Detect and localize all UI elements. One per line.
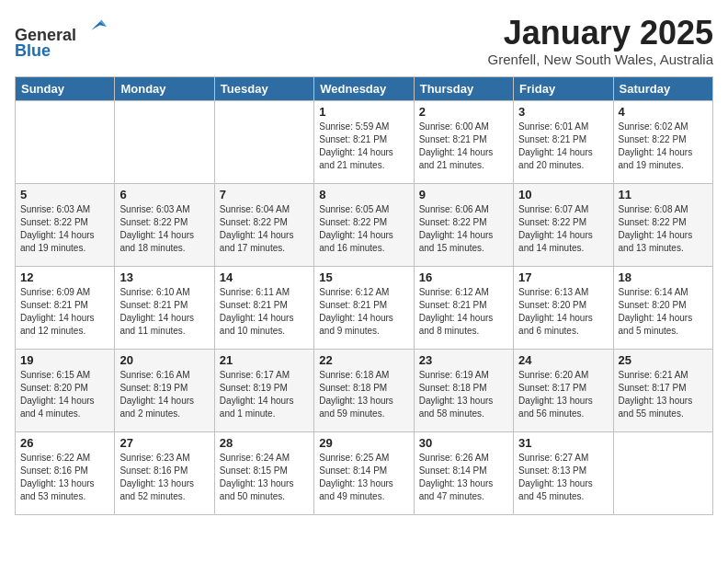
calendar-cell: 5Sunrise: 6:03 AM Sunset: 8:22 PM Daylig… <box>16 183 115 266</box>
calendar-cell: 26Sunrise: 6:22 AM Sunset: 8:16 PM Dayli… <box>16 431 115 514</box>
calendar-cell: 3Sunrise: 6:01 AM Sunset: 8:21 PM Daylig… <box>514 100 613 183</box>
day-info: Sunrise: 6:20 AM Sunset: 8:17 PM Dayligh… <box>518 369 608 420</box>
day-number: 6 <box>119 188 209 201</box>
calendar-cell: 8Sunrise: 6:05 AM Sunset: 8:22 PM Daylig… <box>314 183 414 266</box>
weekday-header-thursday: Thursday <box>414 76 513 100</box>
day-info: Sunrise: 6:04 AM Sunset: 8:22 PM Dayligh… <box>220 203 309 255</box>
day-info: Sunrise: 6:26 AM Sunset: 8:14 PM Dayligh… <box>419 452 508 503</box>
day-number: 28 <box>220 436 309 450</box>
logo-bird-icon <box>83 15 108 40</box>
header: General Blue January 2025 Grenfell, New … <box>15 15 713 67</box>
calendar-cell: 6Sunrise: 6:03 AM Sunset: 8:22 PM Daylig… <box>115 183 214 266</box>
day-number: 11 <box>619 188 708 201</box>
day-number: 26 <box>20 436 109 450</box>
day-info: Sunrise: 6:10 AM Sunset: 8:21 PM Dayligh… <box>119 286 209 338</box>
svg-marker-0 <box>91 21 107 29</box>
day-info: Sunrise: 6:05 AM Sunset: 8:22 PM Dayligh… <box>319 203 408 255</box>
calendar-cell: 1Sunrise: 5:59 AM Sunset: 8:21 PM Daylig… <box>314 100 414 183</box>
calendar-cell <box>115 100 214 183</box>
month-title: January 2025 <box>488 15 713 52</box>
day-info: Sunrise: 6:12 AM Sunset: 8:21 PM Dayligh… <box>419 286 508 338</box>
weekday-header-saturday: Saturday <box>613 76 712 100</box>
day-number: 21 <box>220 353 309 367</box>
day-info: Sunrise: 6:11 AM Sunset: 8:21 PM Dayligh… <box>220 286 309 338</box>
day-info: Sunrise: 6:01 AM Sunset: 8:21 PM Dayligh… <box>518 121 608 172</box>
calendar-cell: 30Sunrise: 6:26 AM Sunset: 8:14 PM Dayli… <box>414 431 513 514</box>
day-number: 8 <box>319 188 408 201</box>
calendar-cell: 24Sunrise: 6:20 AM Sunset: 8:17 PM Dayli… <box>514 349 613 431</box>
calendar-cell: 20Sunrise: 6:16 AM Sunset: 8:19 PM Dayli… <box>115 349 214 431</box>
calendar-cell: 21Sunrise: 6:17 AM Sunset: 8:19 PM Dayli… <box>214 349 313 431</box>
day-number: 18 <box>619 270 708 284</box>
weekday-header-friday: Friday <box>514 76 613 100</box>
day-number: 16 <box>419 270 508 284</box>
logo: General Blue <box>15 15 108 61</box>
day-number: 14 <box>220 270 309 284</box>
calendar-cell <box>613 431 712 514</box>
day-number: 22 <box>319 353 408 367</box>
page-container: General Blue January 2025 Grenfell, New … <box>0 0 728 523</box>
calendar-cell: 23Sunrise: 6:19 AM Sunset: 8:18 PM Dayli… <box>414 349 513 431</box>
day-info: Sunrise: 6:25 AM Sunset: 8:14 PM Dayligh… <box>319 452 408 503</box>
calendar-cell: 11Sunrise: 6:08 AM Sunset: 8:22 PM Dayli… <box>613 183 712 266</box>
day-info: Sunrise: 6:19 AM Sunset: 8:18 PM Dayligh… <box>419 369 508 420</box>
day-number: 23 <box>419 353 508 367</box>
day-number: 19 <box>20 353 109 367</box>
weekday-header-wednesday: Wednesday <box>314 76 414 100</box>
calendar-cell: 14Sunrise: 6:11 AM Sunset: 8:21 PM Dayli… <box>214 266 313 349</box>
day-number: 25 <box>619 353 708 367</box>
day-info: Sunrise: 6:00 AM Sunset: 8:21 PM Dayligh… <box>419 121 508 172</box>
calendar-cell: 9Sunrise: 6:06 AM Sunset: 8:22 PM Daylig… <box>414 183 513 266</box>
day-info: Sunrise: 6:22 AM Sunset: 8:16 PM Dayligh… <box>20 452 109 503</box>
day-number: 13 <box>119 270 209 284</box>
day-info: Sunrise: 5:59 AM Sunset: 8:21 PM Dayligh… <box>319 121 408 172</box>
day-info: Sunrise: 6:23 AM Sunset: 8:16 PM Dayligh… <box>119 452 209 503</box>
day-info: Sunrise: 6:09 AM Sunset: 8:21 PM Dayligh… <box>20 286 109 338</box>
calendar-cell: 18Sunrise: 6:14 AM Sunset: 8:20 PM Dayli… <box>613 266 712 349</box>
day-info: Sunrise: 6:07 AM Sunset: 8:22 PM Dayligh… <box>518 203 608 255</box>
day-info: Sunrise: 6:21 AM Sunset: 8:17 PM Dayligh… <box>619 369 708 420</box>
day-number: 3 <box>518 105 608 119</box>
calendar-cell: 27Sunrise: 6:23 AM Sunset: 8:16 PM Dayli… <box>115 431 214 514</box>
day-info: Sunrise: 6:06 AM Sunset: 8:22 PM Dayligh… <box>419 203 508 255</box>
calendar-cell: 15Sunrise: 6:12 AM Sunset: 8:21 PM Dayli… <box>314 266 414 349</box>
day-info: Sunrise: 6:03 AM Sunset: 8:22 PM Dayligh… <box>20 203 109 255</box>
location: Grenfell, New South Wales, Australia <box>488 52 713 67</box>
day-number: 27 <box>119 436 209 450</box>
calendar-cell: 10Sunrise: 6:07 AM Sunset: 8:22 PM Dayli… <box>514 183 613 266</box>
day-info: Sunrise: 6:14 AM Sunset: 8:20 PM Dayligh… <box>619 286 708 338</box>
calendar-cell: 12Sunrise: 6:09 AM Sunset: 8:21 PM Dayli… <box>16 266 115 349</box>
day-number: 20 <box>119 353 209 367</box>
day-number: 9 <box>419 188 508 201</box>
week-row-4: 19Sunrise: 6:15 AM Sunset: 8:20 PM Dayli… <box>16 349 713 431</box>
weekday-header-row: SundayMondayTuesdayWednesdayThursdayFrid… <box>16 76 713 100</box>
day-number: 24 <box>518 353 608 367</box>
day-number: 1 <box>319 105 408 119</box>
calendar-cell: 28Sunrise: 6:24 AM Sunset: 8:15 PM Dayli… <box>214 431 313 514</box>
weekday-header-tuesday: Tuesday <box>214 76 313 100</box>
day-info: Sunrise: 6:13 AM Sunset: 8:20 PM Dayligh… <box>518 286 608 338</box>
day-number: 4 <box>619 105 708 119</box>
calendar-cell: 16Sunrise: 6:12 AM Sunset: 8:21 PM Dayli… <box>414 266 513 349</box>
day-number: 7 <box>220 188 309 201</box>
day-number: 12 <box>20 270 109 284</box>
day-info: Sunrise: 6:15 AM Sunset: 8:20 PM Dayligh… <box>20 369 109 420</box>
day-number: 5 <box>20 188 109 201</box>
calendar-cell: 13Sunrise: 6:10 AM Sunset: 8:21 PM Dayli… <box>115 266 214 349</box>
calendar-cell <box>214 100 313 183</box>
day-info: Sunrise: 6:02 AM Sunset: 8:22 PM Dayligh… <box>619 121 708 172</box>
day-info: Sunrise: 6:08 AM Sunset: 8:22 PM Dayligh… <box>619 203 708 255</box>
week-row-5: 26Sunrise: 6:22 AM Sunset: 8:16 PM Dayli… <box>16 431 713 514</box>
calendar-cell: 25Sunrise: 6:21 AM Sunset: 8:17 PM Dayli… <box>613 349 712 431</box>
calendar-cell: 31Sunrise: 6:27 AM Sunset: 8:13 PM Dayli… <box>514 431 613 514</box>
day-info: Sunrise: 6:12 AM Sunset: 8:21 PM Dayligh… <box>319 286 408 338</box>
weekday-header-sunday: Sunday <box>16 76 115 100</box>
calendar-cell: 22Sunrise: 6:18 AM Sunset: 8:18 PM Dayli… <box>314 349 414 431</box>
day-number: 2 <box>419 105 508 119</box>
day-info: Sunrise: 6:16 AM Sunset: 8:19 PM Dayligh… <box>119 369 209 420</box>
calendar-cell: 7Sunrise: 6:04 AM Sunset: 8:22 PM Daylig… <box>214 183 313 266</box>
calendar-cell: 29Sunrise: 6:25 AM Sunset: 8:14 PM Dayli… <box>314 431 414 514</box>
day-info: Sunrise: 6:24 AM Sunset: 8:15 PM Dayligh… <box>220 452 309 503</box>
calendar-cell <box>16 100 115 183</box>
day-number: 31 <box>518 436 608 450</box>
